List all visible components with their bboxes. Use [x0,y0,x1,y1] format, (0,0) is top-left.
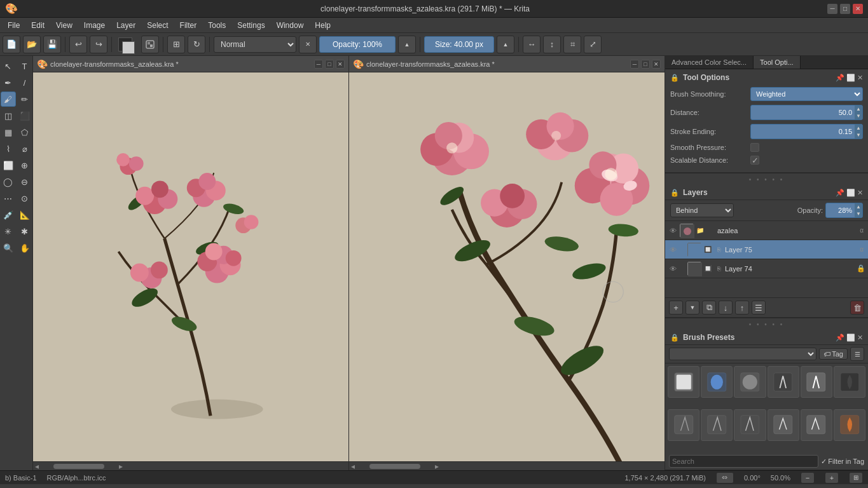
minimize-button[interactable]: ─ [827,4,837,14]
brush-presets-close[interactable]: ✕ [857,334,863,342]
brush-preset-pencil-dark[interactable] [768,366,799,398]
opacity-display[interactable]: Opacity: 100% [319,36,396,53]
hscroll-left-1[interactable]: ◂ [33,462,41,471]
brush-tool[interactable]: 🖌 [1,92,16,107]
menu-file[interactable]: File [3,20,25,31]
assistant-tool[interactable]: ✳ [1,224,16,239]
text-tool[interactable]: T [17,58,32,74]
zoom-in-button[interactable]: + [825,472,839,484]
polygon-tool[interactable]: ⬠ [17,125,32,140]
layer-opacity-spin-up[interactable]: ▲ [855,203,862,210]
brush-preset-pencil-white[interactable] [801,366,832,398]
canvas-minimize-2[interactable]: ─ [630,60,639,69]
brush-preset-gray-1[interactable] [668,409,699,441]
rect-select-tool[interactable]: ⬜ [1,158,16,173]
mirror-h-button[interactable]: ↔ [523,36,541,53]
layer-opacity-spin-down[interactable]: ▼ [855,210,862,217]
layer-settings[interactable]: ☰ [752,301,766,315]
calligraphy-tool[interactable]: ✒ [1,75,16,90]
menu-window[interactable]: Window [272,20,309,31]
canvas-minimize-1[interactable]: ─ [314,60,323,69]
layer-opacity-input[interactable] [826,203,855,217]
smooth-pressure-checkbox[interactable] [750,143,759,152]
line-tool[interactable]: / [17,75,32,90]
brush-smoothing-select[interactable]: Weighted None Basic Stabilizer [750,87,863,101]
circle-select-tool[interactable]: ◯ [1,174,16,189]
canvas-close-2[interactable]: ✕ [652,60,661,69]
layer-eye-74[interactable]: 👁 [668,264,678,274]
canvas-content-2[interactable]: ◂ ▸ [349,72,665,470]
tool-options-float[interactable]: ⬜ [846,74,855,82]
color-mode-button[interactable] [141,36,159,53]
distance-spin-up[interactable]: ▲ [855,105,862,112]
new-document-button[interactable]: 📄 [3,36,20,53]
canvas-hscroll-2[interactable]: ◂ ▸ [349,461,665,470]
mirror-button[interactable]: ⊞ [167,36,185,53]
layer-eye-azalea[interactable]: 👁 [668,226,678,236]
menu-edit[interactable]: Edit [26,20,50,31]
brush-search-input[interactable] [669,455,818,468]
layer-lock-74[interactable]: 🔒 [857,264,865,273]
menu-layer[interactable]: Layer [111,20,141,31]
tool-options-close[interactable]: ✕ [857,74,863,82]
transform-tool[interactable]: ⊕ [17,158,32,173]
canvas-hscroll-1[interactable]: ◂ ▸ [33,461,348,470]
color-selector[interactable] [116,35,139,54]
maximize-button[interactable]: □ [840,4,850,14]
delete-layer-button[interactable]: 🗑 [850,301,864,315]
stroke-ending-spin-up[interactable]: ▲ [855,125,862,132]
layer-eye-75[interactable]: 👁 [668,245,678,255]
tool-options-pin[interactable]: 📌 [836,74,844,82]
flip-v-button[interactable]: ↕ [543,36,561,53]
move-layer-down[interactable]: ↓ [719,301,733,315]
stroke-ending-input[interactable] [751,125,855,139]
transform-button[interactable]: ⌗ [563,36,581,53]
layers-close[interactable]: ✕ [857,189,863,197]
menu-help[interactable]: Help [310,20,336,31]
menu-view[interactable]: View [51,20,78,31]
tab-advanced-color[interactable]: Advanced Color Selec... [665,56,754,69]
canvas-maximize-1[interactable]: □ [325,60,334,69]
add-layer-dropdown[interactable]: ▼ [685,301,699,315]
hscroll-right-1[interactable]: ▸ [117,462,125,471]
distance-input[interactable] [751,105,855,119]
warp-button[interactable]: ⤢ [584,36,602,53]
bezier-tool[interactable]: ⌀ [17,141,32,156]
menu-select[interactable]: Select [142,20,173,31]
layer-item-74[interactable]: 👁 🔲 ⎘ Layer 74 🔒 [665,259,868,278]
add-layer-button[interactable]: + [669,301,683,315]
undo-button[interactable]: ↩ [69,36,87,53]
canvas-content-1[interactable]: ◂ ▸ [33,72,348,470]
freehand-select-tool[interactable]: ⊖ [17,174,32,189]
layer-item-azalea[interactable]: 👁 📁 azalea α [665,221,868,240]
canvas-maximize-2[interactable]: □ [641,60,650,69]
hscroll-right-2[interactable]: ▸ [433,462,441,471]
brush-preset-pencil-alt[interactable] [801,409,832,441]
open-document-button[interactable]: 📂 [23,36,41,53]
save-document-button[interactable]: 💾 [43,36,61,53]
hscroll-thumb-2[interactable] [369,464,420,469]
smart-patch-tool[interactable]: ✱ [17,224,32,239]
brush-preset-blue[interactable] [701,366,733,398]
brush-preset-ink-orange[interactable] [834,409,865,441]
eraser-tool[interactable]: ◫ [1,108,16,123]
hscroll-thumb-1[interactable] [53,464,104,469]
brush-settings-button[interactable]: ☰ [850,347,864,361]
hscroll-left-2[interactable]: ◂ [349,462,357,471]
canvas-close-1[interactable]: ✕ [336,60,345,69]
brush-presets-float[interactable]: ⬜ [846,334,855,342]
size-spin[interactable]: ▲ [497,36,514,53]
brush-preset-pencil-med[interactable] [768,409,799,441]
menu-image[interactable]: Image [79,20,110,31]
gradient-tool[interactable]: ▦ [1,125,16,140]
fill-tool[interactable]: ⬛ [17,108,32,123]
brush-tag-select[interactable] [669,348,816,360]
layers-float[interactable]: ⬜ [846,189,855,197]
opacity-spin-up[interactable]: ▲ [398,36,416,53]
brush-preset-gray-2[interactable] [701,409,733,441]
blend-clear-button[interactable]: ✕ [299,36,317,53]
layer-item-75[interactable]: 👁 🔲 ⎘ Layer 75 α [665,240,868,259]
tab-tool-options[interactable]: Tool Opti... [754,56,801,69]
select-tool[interactable]: ↖ [1,58,16,74]
tag-button[interactable]: 🏷 Tag [819,348,848,360]
